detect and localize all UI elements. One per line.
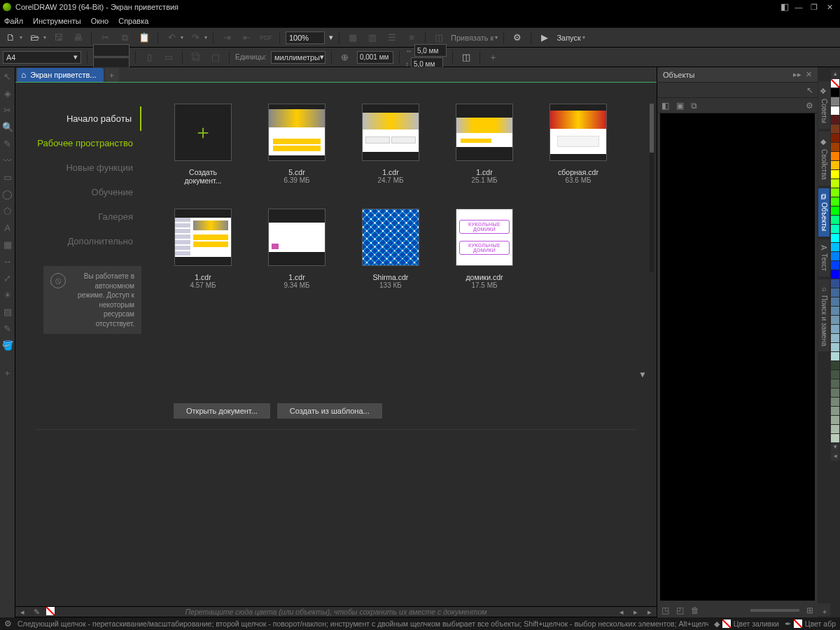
docker-add-icon[interactable]: ＋ [818,603,830,616]
sidebar-item-getting-started[interactable]: Начало работы [15,106,141,131]
menu-window[interactable]: Окно [91,17,109,25]
color-swatch[interactable] [831,243,839,251]
color-swatch[interactable] [831,334,839,342]
eyedropper-tool-icon[interactable]: ✎ [1,322,14,335]
add-tab-button[interactable]: ＋ [105,68,119,82]
fill-tool-icon[interactable]: 🪣 [1,339,14,351]
open-document-button[interactable]: Открыть документ... [174,403,270,419]
freehand-tool-icon[interactable]: ✎ [1,137,14,150]
new-master-layer-icon[interactable]: ◰ [676,606,684,615]
ellipse-tool-icon[interactable]: ◯ [1,188,14,200]
color-swatch[interactable] [831,115,839,124]
color-swatch[interactable] [831,434,839,442]
effects-tool-icon[interactable]: ☀ [1,288,14,301]
color-swatch[interactable] [831,125,839,133]
palette-arrow-left2-icon[interactable]: ◂ [615,608,629,617]
docker-collapse-icon[interactable]: ▸▸ [793,70,802,79]
crop-tool-icon[interactable]: ✂ [1,104,14,116]
export-icon[interactable]: ⇤ [239,30,254,46]
table-tool-icon[interactable]: ▦ [1,238,14,251]
color-swatch[interactable] [831,398,839,406]
recent-file-card[interactable]: 5.cdr6.39 МБ [265,104,329,185]
color-swatch[interactable] [831,234,839,242]
nudge-input[interactable]: 0,001 мм [357,51,393,64]
close-button[interactable]: ✕ [822,0,837,14]
sidebar-item-whatsnew[interactable]: Новые функции [15,155,141,180]
recent-file-card[interactable]: 1.cdr4.57 МБ [171,209,235,289]
page-width-input[interactable] [93,44,130,57]
menu-file[interactable]: Файл [4,17,23,25]
current-page-icon[interactable]: ▢ [208,50,223,65]
maximize-button[interactable]: ❐ [806,0,822,14]
distribute-icon[interactable]: ≡ [404,30,419,46]
color-swatch[interactable] [831,161,839,169]
cut-icon[interactable]: ✂ [97,30,113,46]
docker-tab-hints[interactable]: ❖Советы [818,81,830,129]
pdf-icon[interactable]: PDF [258,30,274,46]
landscape-icon[interactable]: ▭ [161,50,176,65]
palette-up-icon[interactable]: ▴ [831,70,839,78]
color-swatch[interactable] [831,361,839,370]
color-swatch[interactable] [831,261,839,270]
connector-tool-icon[interactable]: ⤢ [1,272,14,284]
fullscreen-icon[interactable]: ▦ [345,30,360,46]
docker-close-icon[interactable]: ✕ [806,70,812,79]
docker-tab-objects[interactable]: ⧉Объекты [818,188,830,237]
color-swatch[interactable] [831,370,839,379]
color-swatch[interactable] [831,206,839,215]
recent-file-card[interactable]: 1.cdr24.7 МБ [358,104,423,185]
color-swatch[interactable] [831,279,839,288]
color-swatch[interactable] [831,143,839,151]
bounds-icon[interactable]: ◫ [431,30,447,46]
user-icon[interactable]: ◧ [778,0,791,14]
palette-flyout-icon[interactable]: ◂ [831,452,839,461]
palette-menu-icon[interactable]: ▸ [643,608,657,617]
color-swatch[interactable] [831,288,839,297]
color-swatch[interactable] [831,252,839,260]
color-swatch[interactable] [831,106,839,115]
expand-icon[interactable]: ▼ [638,370,647,379]
obj-view-icon[interactable]: ◧ [662,101,669,111]
palette-arrow-right-icon[interactable]: ▸ [629,608,643,617]
color-swatch[interactable] [831,316,839,324]
recent-file-card[interactable]: 1.cdr25.1 МБ [452,104,517,185]
add-tool-icon[interactable]: ＋ [1,367,14,379]
launch-dropdown[interactable]: Запуск [556,34,580,42]
color-swatch[interactable] [831,152,839,160]
outline-indicator[interactable]: ✒ Цвет абр [785,620,836,628]
undo-icon[interactable]: ↶ [164,30,179,46]
launch-icon[interactable]: ▶ [537,30,552,46]
page-size-combo[interactable]: A4▾ [3,51,81,64]
color-swatch[interactable] [831,425,839,433]
color-swatch[interactable] [831,270,839,279]
recent-file-card[interactable]: КУКОЛЬНЫЕ ДОМИКИКУКОЛЬНЫЕ ДОМИКИдомики.c… [452,209,517,289]
redo-icon[interactable]: ↷ [188,30,203,46]
color-swatch[interactable] [831,179,839,188]
add-preset-icon[interactable]: ＋ [486,50,501,65]
dimension-tool-icon[interactable]: ↔ [1,255,14,267]
obj-pages-icon[interactable]: ▣ [676,101,684,111]
recent-file-card[interactable]: Shirma.cdr133 КБ [358,209,423,289]
snap-dropdown[interactable]: Привязать к [451,34,493,42]
docker-tab-find[interactable]: ⌕Поиск и замена [818,279,830,352]
color-swatch[interactable] [831,197,839,206]
new-from-template-button[interactable]: Создать из шаблона... [277,403,382,419]
obj-options-icon[interactable]: ⚙ [806,101,813,111]
zoom-tool-icon[interactable]: 🔍 [1,120,14,133]
menu-help[interactable]: Справка [118,17,148,25]
fill-indicator[interactable]: ◆ Цвет заливки [714,620,779,628]
minimize-button[interactable]: — [791,0,806,14]
opacity-slider[interactable] [750,609,799,612]
color-swatch[interactable] [831,407,839,415]
palette-down-icon[interactable]: ▾ [831,443,839,451]
sidebar-item-learning[interactable]: Обучение [15,180,141,204]
color-swatch[interactable] [831,97,839,106]
print-icon[interactable]: 🖶 [70,30,85,46]
docker-tab-text[interactable]: AТекст [818,239,830,276]
color-swatch[interactable] [831,170,839,178]
import-icon[interactable]: ⇥ [219,30,234,46]
artistic-tool-icon[interactable]: 〰 [1,154,14,167]
no-color-swatch[interactable] [46,607,55,615]
color-swatch[interactable] [831,88,839,97]
new-layer-icon[interactable]: ◳ [662,606,669,615]
